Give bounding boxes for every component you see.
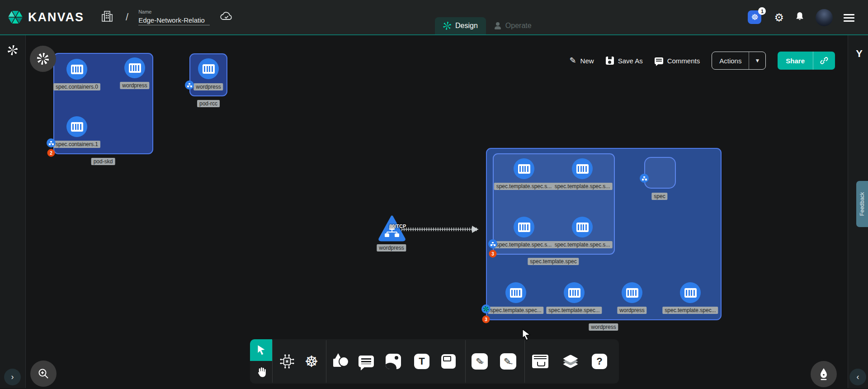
tab-operate[interactable]: Operate xyxy=(486,17,540,34)
copy-link-icon[interactable] xyxy=(813,52,835,70)
group-label: pod-skd xyxy=(91,158,115,165)
components-tool-button[interactable] xyxy=(278,353,296,370)
deployment-error-badge[interactable]: 3 xyxy=(482,316,490,323)
container-node[interactable] xyxy=(66,59,87,80)
container-node[interactable] xyxy=(198,58,219,79)
shapes-tool-button[interactable] xyxy=(332,353,349,370)
container-node[interactable] xyxy=(680,282,701,303)
text-tool-button[interactable]: T xyxy=(414,354,429,369)
actions-label: Actions xyxy=(712,52,749,69)
edge-pen-tool-button[interactable]: ✎° xyxy=(472,353,488,370)
edge-port-label[interactable]: 80/TCP xyxy=(389,223,406,229)
save-as-button[interactable]: Save As xyxy=(606,57,643,65)
network-icon xyxy=(491,242,495,246)
spec-relationship-badge[interactable] xyxy=(640,174,649,183)
breadcrumb-separator: / xyxy=(126,11,128,23)
freehand-draw-tool-button[interactable]: ✎~ xyxy=(500,353,516,370)
comments-button[interactable]: Comments xyxy=(655,57,700,65)
pod-skd-error-badge[interactable]: 2 xyxy=(47,149,55,157)
cluster-flower-button[interactable] xyxy=(30,46,56,72)
node-label: spec.containers.0 xyxy=(53,83,100,90)
operate-person-icon xyxy=(494,22,501,29)
nested-relationship-badge[interactable] xyxy=(488,239,497,248)
hand-icon xyxy=(255,366,268,379)
pen-nib-icon xyxy=(818,368,830,380)
organization-icon[interactable] xyxy=(101,10,113,24)
container-node[interactable] xyxy=(514,158,534,179)
node-label: spec.containers.1 xyxy=(53,141,100,148)
container-node[interactable] xyxy=(505,282,526,303)
layers-icon xyxy=(562,353,579,370)
image-icon xyxy=(386,354,401,369)
help-tool-button[interactable]: ? xyxy=(592,354,607,369)
hamburger-menu-icon[interactable] xyxy=(844,14,854,22)
container-node[interactable] xyxy=(124,57,145,78)
tab-design[interactable]: Design xyxy=(435,17,486,34)
user-avatar[interactable] xyxy=(816,9,833,26)
expand-right-panel-button[interactable]: ‹ xyxy=(849,369,866,385)
comment-tool-button[interactable] xyxy=(359,356,374,367)
group-label: pod-rcc xyxy=(197,100,220,107)
container-node[interactable] xyxy=(564,282,585,303)
design-spiral-icon xyxy=(443,22,451,30)
zoom-search-button[interactable] xyxy=(30,361,57,387)
node-label: spec.template.spec... xyxy=(546,307,602,314)
speech-bubble-icon xyxy=(359,356,374,367)
share-split-button[interactable]: Share xyxy=(778,52,835,70)
name-field-label: Name xyxy=(138,9,210,14)
network-icon xyxy=(642,176,647,180)
validate-y-icon: Y xyxy=(856,48,863,60)
notifications-bell-icon[interactable] xyxy=(795,11,805,24)
save-icon xyxy=(606,57,614,65)
deployment-meshery-badge[interactable] xyxy=(481,304,491,313)
drawer-tool-button[interactable] xyxy=(532,355,548,368)
note-icon xyxy=(441,354,456,369)
node-label: spec.template.spec.s... xyxy=(552,241,613,248)
pan-tool-button[interactable] xyxy=(250,361,272,383)
container-node[interactable] xyxy=(514,217,534,237)
actions-split-button[interactable]: Actions ▼ xyxy=(712,52,766,70)
select-tool-button[interactable] xyxy=(250,339,272,361)
brand-name: KANVAS xyxy=(28,10,84,24)
container-node[interactable] xyxy=(66,116,87,137)
expand-left-panel-button[interactable]: › xyxy=(4,369,21,385)
design-canvas[interactable]: › Y ‹ Feedback ✎ New Save As xyxy=(0,35,868,388)
container-icon xyxy=(518,223,530,232)
node-label: spec.template.spec.s... xyxy=(494,183,554,190)
save-as-label: Save As xyxy=(618,57,643,65)
new-button[interactable]: ✎ New xyxy=(570,56,594,66)
container-node[interactable] xyxy=(572,158,593,179)
note-tool-button[interactable] xyxy=(441,354,456,369)
kubernetes-context-button[interactable]: ☸ 1 xyxy=(748,10,763,25)
ink-pen-button[interactable] xyxy=(811,361,837,387)
tab-operate-label: Operate xyxy=(505,22,532,30)
container-icon xyxy=(129,63,141,73)
container-icon xyxy=(684,288,697,298)
design-name-input[interactable] xyxy=(138,15,210,25)
nested-error-badge[interactable]: 3 xyxy=(489,250,497,258)
container-icon xyxy=(576,223,589,232)
container-node[interactable] xyxy=(622,282,642,303)
bottom-tool-dock: ☸ T ✎° ✎~ ? xyxy=(250,339,619,384)
cloud-sync-icon[interactable] xyxy=(220,11,233,24)
design-name-field: Name xyxy=(138,9,210,25)
service-node[interactable] xyxy=(378,215,406,243)
settings-gear-icon[interactable]: ⚙ xyxy=(774,12,784,23)
container-node[interactable] xyxy=(572,217,593,237)
kanvas-logo[interactable]: KANVAS xyxy=(0,9,84,25)
question-mark-icon: ? xyxy=(592,354,607,369)
drawer-icon xyxy=(532,355,548,368)
image-tool-button[interactable] xyxy=(386,354,401,369)
layers-tool-button[interactable] xyxy=(562,353,579,370)
left-sidebar-strip: › xyxy=(0,35,26,388)
pod-rcc-relationship-badge[interactable] xyxy=(185,81,194,90)
kubernetes-tool-button[interactable]: ☸ xyxy=(305,354,318,369)
container-icon xyxy=(71,65,83,74)
feedback-tab[interactable]: Feedback xyxy=(856,181,868,227)
comment-icon xyxy=(655,57,663,64)
flower-icon xyxy=(37,53,49,65)
comments-label: Comments xyxy=(667,57,700,65)
actions-caret-icon[interactable]: ▼ xyxy=(749,52,765,69)
spec-node[interactable] xyxy=(644,157,676,189)
pod-skd-relationship-badge[interactable] xyxy=(47,138,56,147)
